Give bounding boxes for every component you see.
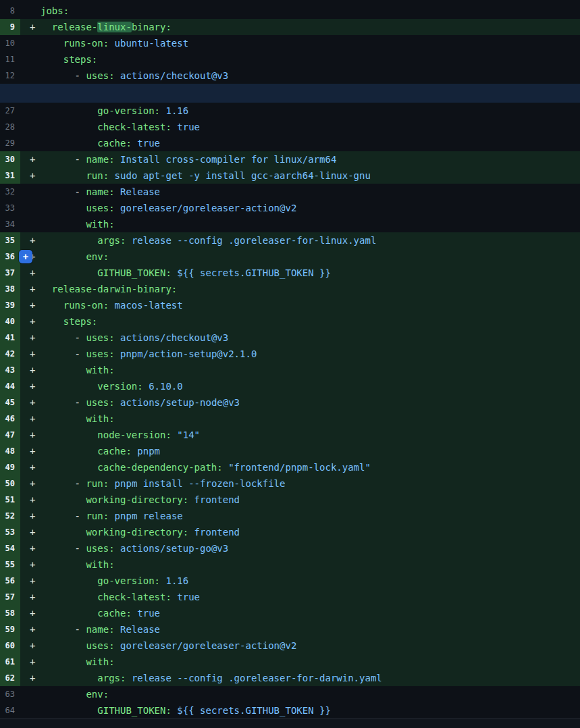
line-number[interactable]: 9 bbox=[0, 19, 20, 35]
line-number[interactable]: 57 bbox=[0, 589, 20, 605]
code-token: - bbox=[41, 70, 86, 81]
line-number[interactable]: 30 bbox=[0, 151, 20, 167]
line-number[interactable]: 42 bbox=[0, 346, 20, 362]
line-number[interactable]: 31 bbox=[0, 167, 20, 184]
line-number[interactable]: 38 bbox=[0, 281, 20, 297]
line-number[interactable]: 45 bbox=[0, 394, 20, 411]
code-token bbox=[41, 656, 86, 667]
line-number[interactable]: 59 bbox=[0, 621, 20, 638]
line-number[interactable]: 27 bbox=[0, 103, 20, 119]
code-token: version: bbox=[97, 381, 149, 392]
added-line-marker: + bbox=[20, 346, 41, 362]
line-number[interactable]: 64 bbox=[0, 702, 20, 719]
diff-line-30: 30+ - name: Install cross-compiler for l… bbox=[0, 151, 580, 167]
line-number[interactable]: 10 bbox=[0, 35, 20, 51]
diff-line-60: 60+ uses: goreleaser/goreleaser-action@v… bbox=[0, 638, 580, 654]
line-number[interactable]: 33 bbox=[0, 200, 20, 216]
code-line: check-latest: true bbox=[41, 589, 200, 605]
code-line: cache-dependency-path: "frontend/pnpm-lo… bbox=[41, 459, 371, 475]
line-number[interactable]: 40 bbox=[0, 313, 20, 330]
diff-line-12: 12 - uses: actions/checkout@v3 bbox=[0, 68, 580, 84]
diff-footer bbox=[0, 719, 580, 728]
added-line-marker: + bbox=[20, 167, 41, 184]
diff-line-9: 9+ release-linux-binary: bbox=[0, 19, 580, 35]
line-number[interactable]: 46 bbox=[0, 411, 20, 427]
code-line: with: bbox=[41, 216, 115, 232]
line-number[interactable]: 54 bbox=[0, 540, 20, 556]
code-line: - uses: actions/setup-go@v3 bbox=[41, 540, 228, 556]
code-line: with: bbox=[41, 411, 115, 427]
line-number[interactable]: 39 bbox=[0, 297, 20, 313]
code-token: ubuntu-latest bbox=[115, 38, 189, 49]
code-token: jobs: bbox=[41, 5, 69, 16]
line-number[interactable]: 51 bbox=[0, 492, 20, 508]
line-number[interactable]: 62 bbox=[0, 670, 20, 686]
diff-line-59: 59+ - name: Release bbox=[0, 621, 580, 638]
line-number[interactable]: 35 bbox=[0, 232, 20, 249]
code-token: with: bbox=[86, 365, 114, 375]
line-number[interactable]: 53 bbox=[0, 524, 20, 540]
line-number[interactable]: 49 bbox=[0, 459, 20, 475]
line-number[interactable]: 44 bbox=[0, 378, 20, 394]
line-number[interactable]: 12 bbox=[0, 68, 20, 84]
line-number[interactable]: 28 bbox=[0, 119, 20, 135]
line-number[interactable]: 29 bbox=[0, 135, 20, 151]
code-token: run: bbox=[86, 170, 114, 181]
expand-hidden-lines-band[interactable] bbox=[0, 84, 580, 103]
line-number[interactable]: 32 bbox=[0, 184, 20, 200]
added-line-marker: + bbox=[20, 378, 41, 394]
code-line: - name: Release bbox=[41, 621, 160, 638]
diff-line-50: 50+ - run: pnpm install --frozen-lockfil… bbox=[0, 475, 580, 492]
line-number[interactable]: 50 bbox=[0, 475, 20, 492]
added-line-marker: + bbox=[20, 492, 41, 508]
line-number[interactable]: 37 bbox=[0, 265, 20, 281]
code-token bbox=[41, 38, 63, 49]
add-comment-button[interactable]: + bbox=[19, 250, 32, 263]
word-diff-highlight: linux- bbox=[97, 22, 132, 32]
added-line-marker: + bbox=[20, 589, 41, 605]
code-token: GITHUB_TOKEN: bbox=[97, 267, 177, 278]
code-token: - bbox=[41, 186, 86, 197]
line-number[interactable]: 41 bbox=[0, 330, 20, 346]
context-line-marker bbox=[20, 216, 41, 232]
line-number[interactable]: 43 bbox=[0, 362, 20, 378]
line-number[interactable]: 55 bbox=[0, 556, 20, 573]
code-token: working-directory: bbox=[86, 494, 194, 505]
code-token bbox=[41, 54, 63, 65]
line-number[interactable]: 60 bbox=[0, 638, 20, 654]
code-token bbox=[41, 413, 86, 424]
line-number[interactable]: 61 bbox=[0, 654, 20, 670]
line-number[interactable]: 63 bbox=[0, 686, 20, 702]
diff-line-54: 54+ - uses: actions/setup-go@v3 bbox=[0, 540, 580, 556]
line-number[interactable]: 56 bbox=[0, 573, 20, 589]
diff-line-45: 45+ - uses: actions/setup-node@v3 bbox=[0, 394, 580, 411]
diff-line-52: 52+ - run: pnpm release bbox=[0, 508, 580, 524]
diff-line-49: 49+ cache-dependency-path: "frontend/pnp… bbox=[0, 459, 580, 475]
code-token: pnpm bbox=[137, 446, 160, 457]
diff-line-39: 39+ runs-on: macos-latest bbox=[0, 297, 580, 313]
diff-line-33: 33 uses: goreleaser/goreleaser-action@v2 bbox=[0, 200, 580, 216]
code-token bbox=[41, 559, 86, 570]
code-token bbox=[41, 640, 86, 651]
line-number[interactable]: 47 bbox=[0, 427, 20, 443]
diff-line-47: 47+ node-version: "14" bbox=[0, 427, 580, 443]
line-number[interactable]: 11 bbox=[0, 51, 20, 68]
diff-line-41: 41+ - uses: actions/checkout@v3 bbox=[0, 330, 580, 346]
code-token bbox=[41, 267, 97, 278]
line-number[interactable]: 8 bbox=[0, 3, 20, 19]
line-number[interactable]: 48 bbox=[0, 443, 20, 459]
added-line-marker: + bbox=[20, 297, 41, 313]
line-number[interactable]: 58 bbox=[0, 605, 20, 621]
code-line: steps: bbox=[41, 51, 97, 68]
diff-line-11: 11 steps: bbox=[0, 51, 580, 68]
code-line: working-directory: frontend bbox=[41, 524, 240, 540]
code-token: release --config .goreleaser-for-linux.y… bbox=[132, 235, 376, 246]
line-number[interactable]: 52 bbox=[0, 508, 20, 524]
code-token: GITHUB_TOKEN: bbox=[97, 705, 177, 716]
line-number[interactable]: 36 bbox=[0, 249, 20, 265]
context-line-marker bbox=[20, 103, 41, 119]
code-token bbox=[41, 673, 97, 683]
line-number[interactable]: 34 bbox=[0, 216, 20, 232]
added-line-marker: + bbox=[20, 313, 41, 330]
code-token: name: bbox=[86, 624, 120, 635]
